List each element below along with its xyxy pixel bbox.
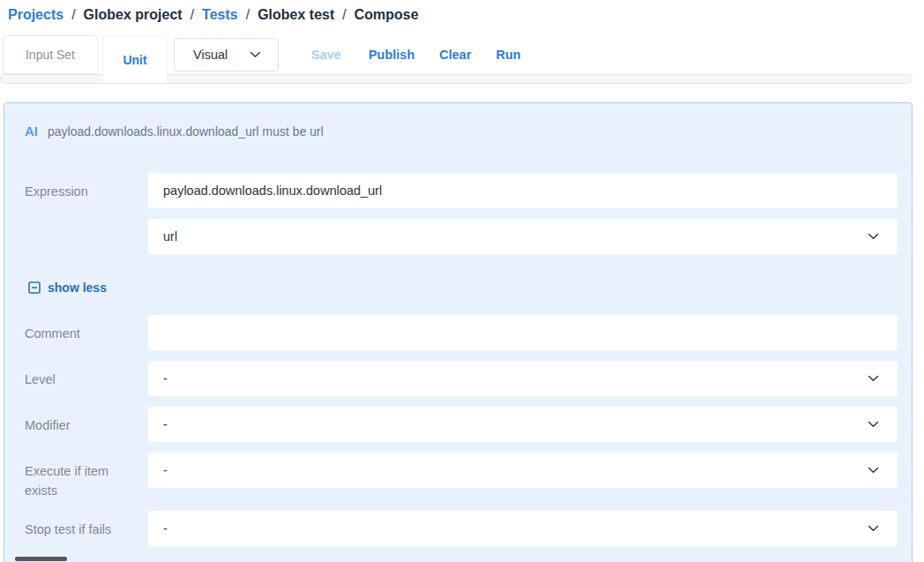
- expression-label: Expression: [25, 173, 148, 201]
- stop-test-if-fails-value: -: [163, 521, 168, 536]
- level-row: Level -: [25, 361, 912, 396]
- breadcrumb-separator: /: [190, 7, 194, 23]
- show-less-label: show less: [48, 281, 107, 295]
- tab-input-set[interactable]: Input Set: [3, 35, 98, 74]
- breadcrumb-globex-project: Globex project: [84, 7, 183, 23]
- assertion-type-value: url: [163, 229, 177, 244]
- chevron-down-icon: [868, 467, 879, 474]
- assertion-type-row: url: [25, 219, 912, 254]
- assertion-panel: AI payload.downloads.linux.download_url …: [4, 102, 913, 562]
- toolbar-actions: Save Publish Clear Run: [311, 35, 521, 74]
- save-button[interactable]: Save: [311, 48, 341, 62]
- execute-if-item-exists-label: Execute if item exists: [25, 453, 148, 500]
- execute-if-item-exists-value: -: [163, 463, 168, 477]
- publish-button[interactable]: Publish: [369, 48, 414, 62]
- mode-select-value: Visual: [193, 48, 227, 62]
- breadcrumb-globex-test: Globex test: [257, 7, 334, 23]
- breadcrumb-compose: Compose: [354, 7, 419, 23]
- modifier-label: Modifier: [25, 407, 148, 435]
- expression-row: Expression: [25, 173, 912, 208]
- comment-row: Comment: [25, 315, 912, 350]
- breadcrumb: Projects / Globex project / Tests / Glob…: [0, 0, 924, 26]
- breadcrumb-projects[interactable]: Projects: [8, 7, 63, 23]
- assertion-header: AI payload.downloads.linux.download_url …: [25, 124, 912, 141]
- show-less-toggle[interactable]: show less: [28, 281, 107, 295]
- breadcrumb-tests[interactable]: Tests: [202, 7, 238, 23]
- stop-test-if-fails-row: Stop test if fails -: [25, 511, 912, 546]
- comment-label: Comment: [25, 315, 148, 343]
- toolbar: Input Set Unit Visual Save Publish Clear…: [0, 35, 924, 74]
- mode-select[interactable]: Visual: [174, 38, 279, 71]
- collapse-minus-icon: [28, 281, 41, 294]
- chevron-down-icon: [868, 525, 879, 532]
- level-label: Level: [25, 361, 148, 389]
- ai-badge: AI: [25, 124, 38, 139]
- assertion-type-select[interactable]: url: [148, 219, 898, 254]
- expression-input[interactable]: [148, 173, 898, 208]
- chevron-down-icon: [868, 375, 879, 382]
- clear-button[interactable]: Clear: [439, 48, 471, 62]
- chevron-down-icon: [250, 51, 261, 58]
- stop-test-if-fails-select[interactable]: -: [148, 511, 898, 546]
- page-scrollbar-thumb[interactable]: [15, 557, 67, 561]
- modifier-value: -: [163, 417, 168, 431]
- chevron-down-icon: [868, 421, 879, 428]
- execute-if-item-exists-row: Execute if item exists -: [25, 453, 912, 500]
- modifier-select[interactable]: -: [148, 407, 898, 442]
- level-value: -: [163, 371, 168, 386]
- comment-input[interactable]: [148, 315, 898, 350]
- tab-unit[interactable]: Unit: [102, 35, 168, 83]
- breadcrumb-separator: /: [246, 7, 250, 23]
- assertion-summary: payload.downloads.linux.download_url mus…: [48, 124, 324, 139]
- level-select[interactable]: -: [148, 361, 898, 396]
- stop-test-if-fails-label: Stop test if fails: [25, 511, 148, 539]
- assertion-type-label-spacer: [25, 219, 148, 228]
- chevron-down-icon: [868, 233, 879, 240]
- run-button[interactable]: Run: [496, 48, 521, 62]
- modifier-row: Modifier -: [25, 407, 912, 442]
- execute-if-item-exists-select[interactable]: -: [148, 453, 898, 488]
- breadcrumb-separator: /: [71, 7, 75, 23]
- breadcrumb-separator: /: [342, 7, 346, 23]
